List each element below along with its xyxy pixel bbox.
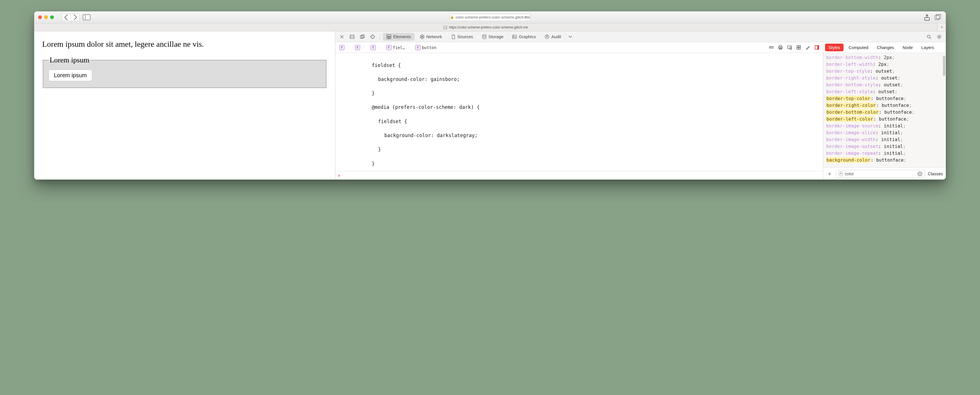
style-property-row[interactable]: border-left-color: buttonface; <box>826 116 943 123</box>
sidebar-toggle-button[interactable] <box>82 14 91 21</box>
address-text: color-scheme-prefers-color-scheme.glitch… <box>456 15 530 19</box>
style-property-name: border-top-style <box>826 68 870 74</box>
tab-audit-label: Audit <box>551 34 561 39</box>
style-property-row[interactable]: border-right-style: outset; <box>826 75 943 81</box>
semicolon: ; <box>892 68 895 74</box>
browser-window: 🔒 color-scheme-prefers-color-scheme.glit… <box>34 11 946 180</box>
style-property-value: initial <box>884 150 903 156</box>
style-property-row[interactable]: border-right-color: buttonface; <box>826 102 943 109</box>
dock-side-button[interactable] <box>348 33 356 41</box>
style-property-row[interactable]: border-top-color: buttonface; <box>826 95 943 102</box>
src-l3: } <box>372 90 375 96</box>
share-button[interactable] <box>923 14 931 21</box>
styles-tab-layers[interactable]: Layers <box>918 44 937 51</box>
style-property-value: buttonface <box>876 157 904 163</box>
styles-list[interactable]: border-bottom-width: 2px;border-left-wid… <box>823 53 946 167</box>
close-window-button[interactable] <box>38 15 42 19</box>
style-property-value: outset <box>878 89 895 94</box>
breadcrumb-4[interactable]: Efiel…〉 <box>385 44 412 51</box>
styles-tab-node[interactable]: Node <box>899 44 916 51</box>
breadcrumb-3[interactable]: E〉 <box>369 44 383 51</box>
semicolon: ; <box>903 150 906 156</box>
back-button[interactable] <box>62 14 71 21</box>
paint-icon[interactable] <box>803 44 811 51</box>
styles-scrollbar[interactable] <box>943 56 945 76</box>
rendered-page: Lorem ipsum dolor sit amet, legere ancil… <box>34 31 335 180</box>
svg-rect-35 <box>799 46 800 47</box>
style-property-row[interactable]: border-bottom-width: 2px; <box>826 54 943 61</box>
src-l8: } <box>372 161 375 166</box>
breadcrumb-1[interactable]: E〉 <box>337 44 352 51</box>
semicolon: ; <box>892 55 895 60</box>
style-property-row[interactable]: border-image-repeat: initial; <box>826 150 943 157</box>
tab-network[interactable]: Network <box>416 33 445 41</box>
style-property-name: border-bottom-color <box>826 110 879 115</box>
style-property-row[interactable]: border-image-slice: initial; <box>826 129 943 136</box>
style-property-row[interactable]: border-left-style: outset; <box>826 88 943 95</box>
separator <box>380 33 380 40</box>
semicolon: ; <box>900 137 903 142</box>
style-property-row[interactable]: border-top-style: outset; <box>826 68 943 75</box>
breadcrumb-5-label: button <box>422 45 436 50</box>
styles-tab-changes[interactable]: Changes <box>873 44 897 51</box>
breadcrumb-5[interactable]: Ebutton <box>414 44 438 51</box>
ruler-icon[interactable] <box>767 44 775 51</box>
devtools: Elements Network Sources Storage Graphic… <box>335 31 946 180</box>
forward-button[interactable] <box>71 14 79 21</box>
style-property-value: initial <box>881 130 900 135</box>
dom-tree[interactable]: fieldset { background-color: gainsboro; … <box>335 53 823 171</box>
tab-sources[interactable]: Sources <box>447 33 477 41</box>
style-property-row[interactable]: border-bottom-style: outset; <box>826 81 943 88</box>
style-property-row[interactable]: border-left-width: 2px; <box>826 61 943 68</box>
device-icon[interactable] <box>786 44 794 51</box>
styles-tab-styles[interactable]: Styles <box>825 44 843 51</box>
colon: : <box>879 110 884 115</box>
search-devtools-button[interactable] <box>925 33 933 41</box>
tabs-overview-button[interactable] <box>934 14 942 21</box>
layout-sidebar-toggle[interactable] <box>813 44 821 51</box>
src-l6: background-color: darkslategray; <box>384 132 478 138</box>
reload-icon[interactable]: ⟳ <box>525 15 528 19</box>
tab-elements[interactable]: Elements <box>383 33 415 41</box>
breadcrumb-2[interactable]: E〉 <box>353 44 368 51</box>
style-property-row[interactable]: border-image-outset: initial; <box>826 143 943 150</box>
src-l2: background-color: gainsboro; <box>378 76 460 82</box>
browser-tab[interactable]: C https://color-scheme-prefers-color-sch… <box>34 23 937 31</box>
styles-tab-computed[interactable]: Computed <box>845 44 872 51</box>
close-devtools-button[interactable] <box>337 33 346 41</box>
colon: : <box>875 130 881 135</box>
src-l1: fieldset { <box>372 62 401 68</box>
zoom-window-button[interactable] <box>50 15 54 19</box>
colon: : <box>878 55 884 60</box>
console-strip[interactable]: › <box>335 171 823 180</box>
tab-graphics[interactable]: Graphics <box>509 33 539 41</box>
new-rule-button[interactable]: ＋ <box>826 170 833 177</box>
settings-gear-icon[interactable] <box>935 33 943 41</box>
minimize-window-button[interactable] <box>44 15 48 19</box>
classes-toggle[interactable]: Classes <box>928 171 943 176</box>
style-property-row[interactable]: border-image-source: initial; <box>826 123 943 129</box>
grid-icon[interactable] <box>795 44 802 51</box>
overflow-tabs-button[interactable] <box>566 33 574 41</box>
style-property-row[interactable]: border-image-width: initial; <box>826 136 943 143</box>
style-property-value: buttonface <box>879 116 906 122</box>
semicolon: ; <box>904 96 907 101</box>
tab-storage[interactable]: Storage <box>478 33 507 41</box>
styles-filter-input[interactable]: color ✕ <box>836 170 925 178</box>
dock-undock-button[interactable] <box>358 33 367 41</box>
styles-filter-bar: ＋ color ✕ Classes <box>823 167 946 180</box>
target-picker-button[interactable] <box>368 33 377 41</box>
page-button[interactable]: Lorem ipsum <box>48 70 92 81</box>
new-tab-button[interactable]: ＋ <box>937 23 946 31</box>
style-property-name: border-image-outset <box>826 143 878 149</box>
address-bar[interactable]: 🔒 color-scheme-prefers-color-scheme.glit… <box>450 14 530 21</box>
clear-filter-button[interactable]: ✕ <box>917 171 923 177</box>
tab-audit[interactable]: Audit <box>541 33 564 41</box>
style-property-row[interactable]: border-bottom-color: buttonface; <box>826 109 943 116</box>
print-icon[interactable] <box>776 44 784 51</box>
style-property-name: border-right-color <box>826 103 876 108</box>
src-l5: fieldset { <box>378 119 407 124</box>
elements-toolbar: E〉 E〉 E〉 Efiel…〉 Ebutton <box>335 42 823 53</box>
style-property-row[interactable]: background-color: buttonface; <box>826 157 943 164</box>
semicolon: ; <box>909 103 912 108</box>
